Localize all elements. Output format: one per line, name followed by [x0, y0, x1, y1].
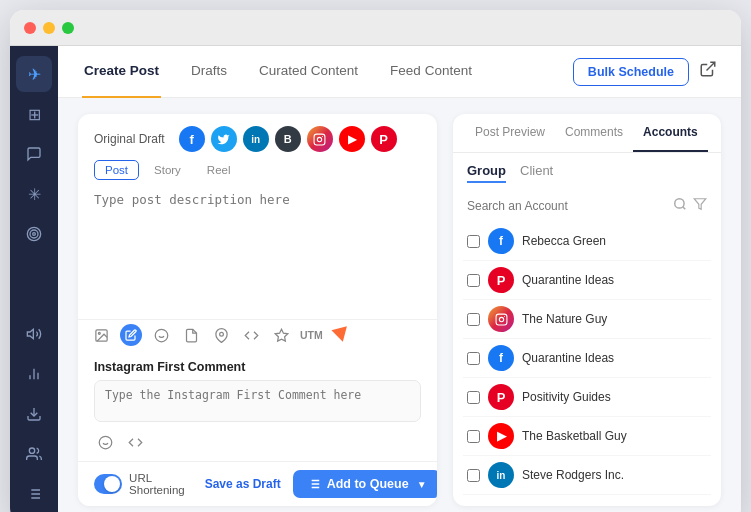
linkedin-icon[interactable]: in [243, 126, 269, 152]
svg-point-1 [30, 230, 38, 238]
sidebar-item-list[interactable] [16, 476, 52, 512]
right-panel: Post Preview Comments Accounts Group Cli… [453, 114, 721, 506]
original-draft-label: Original Draft [94, 132, 165, 146]
sidebar-item-chart[interactable] [16, 356, 52, 392]
account-checkbox[interactable] [467, 235, 480, 248]
account-search-input[interactable] [467, 199, 667, 213]
url-shortening-toggle[interactable] [94, 474, 122, 494]
account-name: The Basketball Guy [522, 429, 627, 443]
sidebar-item-megaphone[interactable] [16, 316, 52, 352]
instagram-icon[interactable] [307, 126, 333, 152]
account-item: P Quarantine Ideas [463, 261, 711, 300]
url-shortening-toggle-row: URL Shortening [94, 472, 193, 496]
save-draft-button[interactable]: Save as Draft [205, 477, 281, 491]
account-checkbox[interactable] [467, 352, 480, 365]
svg-point-16 [318, 137, 322, 141]
top-bar-actions: Bulk Schedule [573, 58, 717, 86]
sidebar-item-grid[interactable]: ⊞ [16, 96, 52, 132]
buffer-icon[interactable]: B [275, 126, 301, 152]
account-item: The Nature Guy [463, 300, 711, 339]
tab-curated-content[interactable]: Curated Content [257, 46, 360, 98]
tab-post[interactable]: Post [94, 160, 139, 180]
account-item: ▶ The Basketball Guy [463, 417, 711, 456]
tab-feed-content[interactable]: Feed Content [388, 46, 474, 98]
account-search-row [453, 189, 721, 220]
filter-icon[interactable] [693, 197, 707, 214]
tab-create-post[interactable]: Create Post [82, 46, 161, 98]
svg-point-34 [675, 199, 684, 208]
tab-post-preview[interactable]: Post Preview [465, 114, 555, 152]
account-checkbox[interactable] [467, 313, 480, 326]
sidebar-item-download[interactable] [16, 396, 52, 432]
tab-reel[interactable]: Reel [196, 160, 242, 180]
bulk-schedule-button[interactable]: Bulk Schedule [573, 58, 689, 86]
account-item: f Rebecca Green [463, 222, 711, 261]
code-icon[interactable] [240, 324, 262, 346]
bottom-bar: URL Shortening Save as Draft Add to Queu… [78, 461, 437, 506]
location-icon[interactable] [210, 324, 232, 346]
sidebar-item-target[interactable] [16, 216, 52, 252]
app-window: ✈ ⊞ ✳ [10, 10, 741, 512]
content-area: Original Draft f in B ▶ [58, 98, 741, 512]
sidebar-item-chat[interactable] [16, 136, 52, 172]
edit-icon[interactable] [120, 324, 142, 346]
add-to-queue-chevron: ▼ [417, 479, 427, 490]
account-name: Rebecca Green [522, 234, 606, 248]
ig-comment-section: Instagram First Comment [78, 352, 437, 461]
account-item: P Positivity Guides [463, 378, 711, 417]
account-checkbox[interactable] [467, 274, 480, 287]
image-icon[interactable] [90, 324, 112, 346]
account-name: Quarantine Ideas [522, 351, 614, 365]
document-icon[interactable] [180, 324, 202, 346]
post-description-area [78, 188, 437, 319]
svg-marker-24 [275, 329, 288, 341]
account-item: f Quarantine Ideas [463, 339, 711, 378]
main-tabs: Create Post Drafts Curated Content Feed … [82, 46, 573, 98]
utm-badge[interactable]: UTM [300, 329, 323, 341]
svg-point-2 [33, 233, 36, 236]
account-avatar: P [488, 384, 514, 410]
svg-line-35 [683, 207, 686, 210]
ig-code-icon[interactable] [124, 431, 146, 453]
account-checkbox[interactable] [467, 430, 480, 443]
ig-comment-label: Instagram First Comment [94, 360, 421, 374]
post-editor-panel: Original Draft f in B ▶ [78, 114, 437, 506]
account-checkbox[interactable] [467, 469, 480, 482]
post-description-input[interactable] [94, 192, 421, 252]
export-icon[interactable] [699, 60, 717, 83]
sparkle-icon[interactable] [270, 324, 292, 346]
account-list: f Rebecca Green P Quarantine Ideas [453, 220, 721, 506]
svg-point-19 [98, 332, 100, 334]
facebook-icon[interactable]: f [179, 126, 205, 152]
account-name: Positivity Guides [522, 390, 611, 404]
emoji-icon[interactable] [150, 324, 172, 346]
right-tabs: Post Preview Comments Accounts [453, 114, 721, 153]
tab-comments[interactable]: Comments [555, 114, 633, 152]
sidebar-item-users[interactable] [16, 436, 52, 472]
tab-drafts[interactable]: Drafts [189, 46, 229, 98]
svg-point-23 [219, 332, 223, 336]
ig-comment-input[interactable] [94, 380, 421, 422]
url-shortening-label: URL Shortening [129, 472, 193, 496]
minimize-button[interactable] [43, 22, 55, 34]
maximize-button[interactable] [62, 22, 74, 34]
account-name: Steve Rodgers Inc. [522, 468, 624, 482]
account-avatar: f [488, 345, 514, 371]
pinterest-icon[interactable]: P [371, 126, 397, 152]
tab-client[interactable]: Client [520, 163, 553, 183]
tab-story[interactable]: Story [143, 160, 192, 180]
account-avatar [488, 306, 514, 332]
account-checkbox[interactable] [467, 391, 480, 404]
youtube-icon[interactable]: ▶ [339, 126, 365, 152]
sidebar-item-asterisk[interactable]: ✳ [16, 176, 52, 212]
twitter-icon[interactable] [211, 126, 237, 152]
tab-accounts[interactable]: Accounts [633, 114, 708, 152]
add-to-queue-button[interactable]: Add to Queue ▼ [293, 470, 437, 498]
ig-emoji-icon[interactable] [94, 431, 116, 453]
sidebar-item-send[interactable]: ✈ [16, 56, 52, 92]
account-avatar: in [488, 462, 514, 488]
cursor-indicator [331, 326, 350, 344]
tab-group[interactable]: Group [467, 163, 506, 183]
close-button[interactable] [24, 22, 36, 34]
svg-point-38 [499, 317, 503, 321]
